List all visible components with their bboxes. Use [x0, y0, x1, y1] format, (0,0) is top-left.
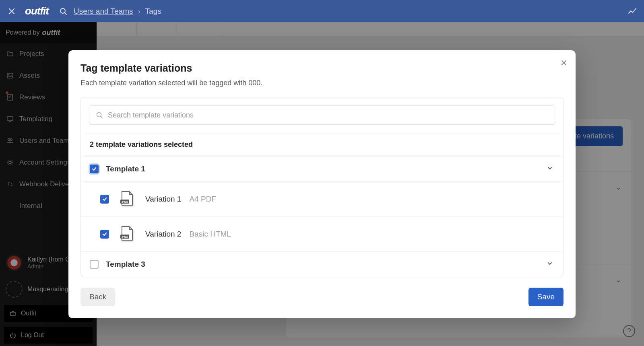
check-icon — [102, 196, 107, 202]
variation-row[interactable]: .PNG Variation 1 A4 PDF — [81, 182, 563, 217]
group-name: Template 3 — [106, 260, 538, 269]
modal-close-button[interactable] — [561, 59, 567, 68]
chevron-down-icon — [547, 165, 553, 171]
search-icon — [59, 7, 67, 15]
png-thumbnail-icon: .PNG — [117, 189, 137, 209]
top-bar: outfit Users and Teams › Tags — [0, 0, 644, 22]
expand-toggle[interactable] — [545, 259, 554, 270]
help-button[interactable]: ? — [623, 325, 635, 337]
close-icon — [561, 60, 567, 66]
chart-icon — [628, 7, 637, 16]
breadcrumb: Users and Teams › Tags — [74, 7, 161, 16]
check-icon — [102, 231, 107, 237]
back-button[interactable]: Back — [80, 288, 115, 306]
variation-format: A4 PDF — [189, 195, 216, 204]
variation-row[interactable]: .PNG Variation 2 Basic HTML — [81, 217, 563, 252]
modal-subtitle: Each template variation selected will be… — [80, 79, 564, 87]
variation-name: Variation 1 — [145, 195, 181, 204]
variation-name: Variation 2 — [145, 230, 181, 239]
variation-listbox: 2 template variations selected Template … — [80, 97, 564, 277]
search-field[interactable] — [89, 105, 555, 125]
global-search-button[interactable] — [59, 7, 67, 15]
breadcrumb-separator: › — [138, 7, 140, 16]
group-name: Template 1 — [106, 165, 538, 173]
search-icon — [96, 111, 103, 119]
variation-format: Basic HTML — [189, 230, 231, 239]
modal-title: Tag template variations — [80, 62, 564, 74]
variation-checkbox[interactable] — [100, 230, 109, 239]
variation-checkbox[interactable] — [100, 195, 109, 204]
svg-point-11 — [97, 113, 101, 117]
tag-template-variations-modal: Tag template variations Each template va… — [68, 50, 576, 318]
modal-overlay[interactable]: Tag template variations Each template va… — [0, 22, 644, 346]
svg-point-0 — [60, 8, 65, 13]
analytics-button[interactable] — [628, 7, 637, 16]
selection-count: 2 template variations selected — [81, 133, 563, 157]
chevron-down-icon — [547, 261, 553, 266]
group-checkbox[interactable] — [90, 260, 99, 269]
close-app-button[interactable] — [7, 7, 16, 16]
group-checkbox[interactable] — [90, 165, 99, 173]
save-button[interactable]: Save — [528, 288, 564, 306]
breadcrumb-current: Tags — [145, 7, 161, 16]
search-input[interactable] — [108, 111, 548, 119]
check-icon — [91, 166, 97, 172]
template-group-row[interactable]: Template 3 — [81, 252, 563, 277]
expand-toggle[interactable] — [545, 164, 554, 174]
close-icon — [8, 7, 16, 15]
svg-text:.PNG: .PNG — [122, 235, 128, 238]
breadcrumb-parent-link[interactable]: Users and Teams — [74, 7, 133, 16]
svg-text:.PNG: .PNG — [122, 200, 128, 203]
brand-logo: outfit — [25, 5, 49, 17]
template-group-row[interactable]: Template 1 — [81, 157, 563, 182]
png-thumbnail-icon: .PNG — [117, 224, 137, 244]
